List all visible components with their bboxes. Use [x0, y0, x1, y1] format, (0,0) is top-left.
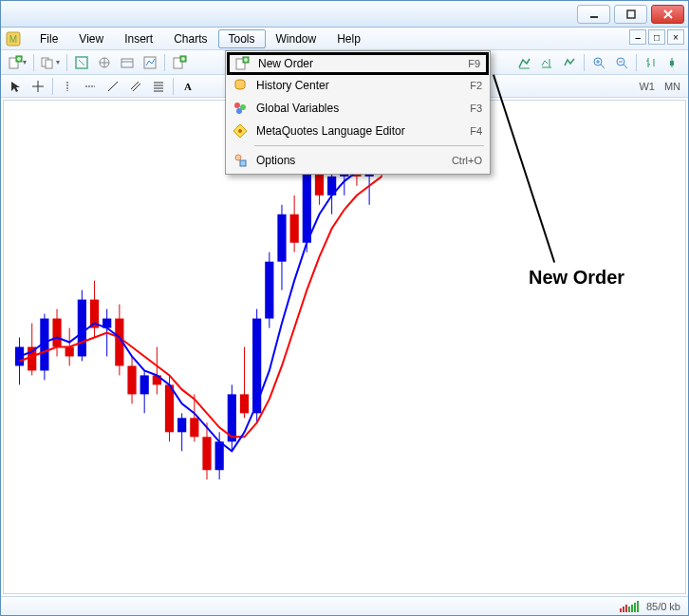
- svg-rect-1: [627, 10, 635, 18]
- menu-item-options[interactable]: OptionsCtrl+O: [228, 149, 488, 172]
- menu-item-label: History Center: [256, 79, 462, 92]
- indicators-button[interactable]: [559, 53, 580, 72]
- svg-line-46: [131, 82, 139, 89]
- chartshift-button[interactable]: [536, 53, 557, 72]
- menu-item-shortcut: F9: [468, 58, 480, 69]
- cursor-button[interactable]: [5, 77, 26, 96]
- menu-separator: [254, 145, 484, 146]
- minimize-button[interactable]: [577, 5, 610, 24]
- hline-button[interactable]: [80, 77, 101, 96]
- svg-rect-107: [277, 215, 286, 262]
- bar-chart-button[interactable]: [641, 53, 661, 72]
- menu-item-label: Options: [256, 154, 444, 167]
- mdi-controls: ‒ □ ×: [629, 29, 684, 45]
- crosshair-button[interactable]: [28, 77, 48, 96]
- menubar: M FileViewInsertChartsToolsWindowHelp ‒ …: [1, 28, 688, 50]
- menu-item-shortcut: F4: [470, 125, 482, 137]
- trendline-icon: [107, 81, 119, 92]
- menu-item-new-order[interactable]: New OrderF9: [227, 52, 489, 75]
- timeframe-mn[interactable]: MN: [661, 78, 684, 95]
- plus-doc-icon: [8, 55, 23, 70]
- new-chart-button[interactable]: ▾: [5, 53, 29, 72]
- svg-rect-105: [265, 262, 273, 319]
- tester-button[interactable]: [140, 53, 160, 72]
- plus-icon: [233, 55, 251, 72]
- svg-line-32: [624, 65, 627, 68]
- svg-rect-85: [140, 375, 149, 394]
- menu-view[interactable]: View: [68, 29, 114, 48]
- svg-line-13: [79, 60, 84, 65]
- zoom-out-button[interactable]: [611, 53, 632, 72]
- hline-icon: [84, 81, 96, 92]
- connection-icon: [620, 601, 639, 612]
- svg-point-57: [234, 103, 240, 108]
- market-watch-icon: [75, 56, 88, 69]
- maximize-icon: [626, 9, 636, 19]
- menu-file[interactable]: File: [29, 29, 68, 48]
- app-logo-icon: M: [5, 30, 22, 47]
- trendline-button[interactable]: [102, 77, 123, 96]
- navigator-icon: [98, 56, 111, 69]
- minimize-icon: [589, 9, 599, 19]
- vline-button[interactable]: [57, 77, 78, 96]
- new-order-button[interactable]: [169, 53, 190, 72]
- svg-rect-101: [240, 394, 249, 413]
- svg-rect-17: [121, 59, 133, 67]
- text-icon: A: [184, 81, 192, 92]
- mdi-minimize-button[interactable]: ‒: [629, 29, 646, 45]
- app-window: M FileViewInsertChartsToolsWindowHelp ‒ …: [0, 0, 689, 616]
- menu-window[interactable]: Window: [266, 29, 327, 48]
- text-button[interactable]: A: [177, 77, 198, 96]
- indicators-icon: [563, 56, 576, 69]
- globe-icon: [232, 100, 249, 117]
- menu-charts[interactable]: Charts: [163, 29, 217, 48]
- svg-rect-73: [65, 347, 74, 357]
- svg-rect-39: [670, 61, 674, 65]
- transfer-label: 85/0 kb: [646, 601, 680, 612]
- navigator-button[interactable]: [94, 53, 115, 72]
- chartshift-icon: [540, 56, 553, 69]
- autoscroll-button[interactable]: [513, 53, 534, 72]
- titlebar: [1, 1, 688, 28]
- candle-chart-button[interactable]: [663, 53, 684, 72]
- menu-item-metaquotes-language-editor[interactable]: MetaQuotes Language EditorF4: [228, 120, 488, 142]
- channel-button[interactable]: [125, 77, 146, 96]
- menu-insert[interactable]: Insert: [114, 29, 163, 48]
- mdi-restore-button[interactable]: □: [648, 29, 665, 45]
- vline-icon: [62, 81, 73, 92]
- new-order-icon: [172, 55, 187, 70]
- maximize-button[interactable]: [614, 5, 647, 24]
- profiles-button[interactable]: ▾: [38, 53, 63, 72]
- market-watch-button[interactable]: [71, 53, 92, 72]
- bar-chart-icon: [644, 56, 658, 69]
- svg-point-61: [238, 129, 242, 133]
- statusbar: 85/0 kb: [1, 596, 688, 615]
- fibo-button[interactable]: [148, 77, 169, 96]
- svg-line-45: [108, 82, 118, 91]
- svg-rect-75: [78, 300, 86, 357]
- autoscroll-icon: [517, 56, 531, 69]
- menu-tools[interactable]: Tools: [218, 29, 266, 48]
- svg-point-62: [235, 155, 241, 160]
- zoom-in-icon: [592, 56, 605, 69]
- menu-item-label: MetaQuotes Language Editor: [256, 124, 462, 138]
- annotation-label: New Order: [529, 267, 624, 289]
- close-button[interactable]: [651, 5, 684, 24]
- svg-rect-109: [290, 215, 299, 243]
- svg-rect-95: [202, 437, 211, 470]
- menu-item-global-variables[interactable]: Global VariablesF3: [228, 97, 488, 120]
- timeframe-w1[interactable]: W1: [635, 78, 659, 95]
- crosshair-icon: [32, 81, 44, 92]
- zoom-in-button[interactable]: [588, 53, 609, 72]
- svg-marker-40: [11, 82, 20, 92]
- terminal-button[interactable]: [117, 53, 138, 72]
- svg-rect-103: [252, 319, 261, 414]
- menu-item-shortcut: F2: [470, 80, 482, 91]
- db-icon: [232, 77, 249, 94]
- zoom-out-icon: [615, 56, 628, 69]
- menu-item-history-center[interactable]: History CenterF2: [228, 74, 488, 97]
- mdi-close-button[interactable]: ×: [667, 29, 684, 45]
- menu-help[interactable]: Help: [326, 29, 371, 48]
- svg-rect-11: [46, 60, 52, 68]
- svg-rect-71: [52, 319, 61, 347]
